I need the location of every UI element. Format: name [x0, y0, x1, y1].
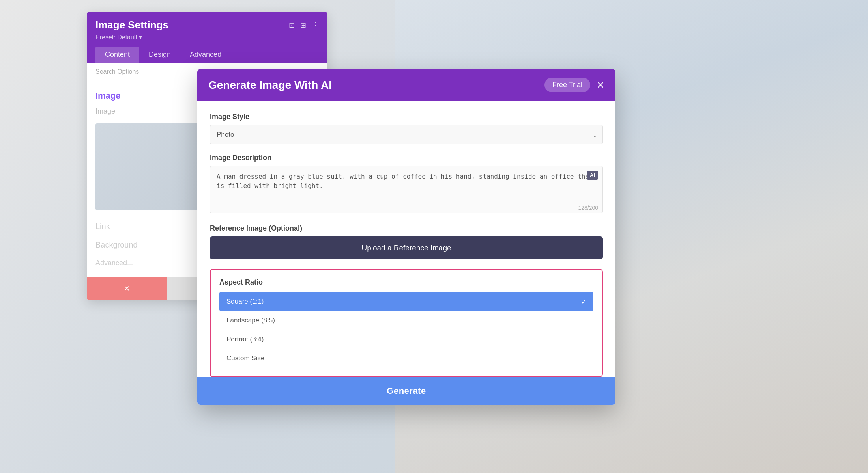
tab-content[interactable]: Content [95, 47, 139, 63]
columns-icon[interactable]: ⊞ [300, 21, 306, 30]
image-description-wrapper: A man dressed in a gray blue suit, with … [210, 166, 603, 215]
aspect-ratio-option-custom[interactable]: Custom Size [219, 349, 593, 368]
expand-icon[interactable]: ⊡ [289, 21, 295, 30]
preset-label[interactable]: Preset: Default ▾ [95, 34, 319, 41]
image-description-textarea[interactable]: A man dressed in a gray blue suit, with … [210, 166, 603, 213]
ai-modal-title: Generate Image With AI [208, 79, 332, 91]
ai-modal-header-right: Free Trial ✕ [544, 78, 604, 92]
settings-panel-tabs: Content Design Advanced [95, 47, 319, 63]
ai-modal-body: Image Style Photo Illustration Painting … [197, 101, 615, 377]
upload-reference-button[interactable]: Upload a Reference Image [210, 236, 603, 259]
close-button[interactable]: ✕ [597, 80, 604, 90]
settings-panel-header: Image Settings ⊡ ⊞ ⋮ Preset: Default ▾ C… [87, 12, 327, 63]
aspect-ratio-option-square[interactable]: Square (1:1) ✓ [219, 292, 593, 311]
tab-design[interactable]: Design [139, 47, 180, 63]
aspect-ratio-option-square-label: Square (1:1) [226, 298, 264, 305]
aspect-ratio-option-landscape[interactable]: Landscape (8:5) [219, 311, 593, 330]
ai-modal: Generate Image With AI Free Trial ✕ Imag… [197, 69, 615, 405]
aspect-ratio-option-portrait-label: Portrait (3:4) [226, 335, 264, 343]
aspect-ratio-option-landscape-label: Landscape (8:5) [226, 317, 275, 324]
free-trial-badge[interactable]: Free Trial [544, 78, 590, 92]
image-style-select-wrapper: Photo Illustration Painting 3D Render Sk… [210, 125, 603, 144]
cancel-button[interactable]: ✕ [87, 277, 167, 300]
ai-modal-header: Generate Image With AI Free Trial ✕ [197, 69, 615, 101]
settings-panel-title: Image Settings [95, 19, 168, 31]
image-style-select[interactable]: Photo Illustration Painting 3D Render Sk… [210, 125, 603, 144]
search-placeholder: Search Options [95, 68, 139, 75]
checkmark-icon: ✓ [581, 298, 586, 305]
reference-image-label: Reference Image (Optional) [210, 224, 603, 233]
ai-badge: AI [587, 171, 598, 180]
tab-advanced[interactable]: Advanced [180, 47, 231, 63]
image-style-label: Image Style [210, 113, 603, 121]
aspect-ratio-option-portrait[interactable]: Portrait (3:4) [219, 330, 593, 349]
cancel-icon: ✕ [124, 284, 130, 293]
settings-panel-title-row: Image Settings ⊡ ⊞ ⋮ [95, 19, 319, 31]
aspect-ratio-option-custom-label: Custom Size [226, 354, 264, 362]
more-icon[interactable]: ⋮ [312, 21, 319, 30]
aspect-ratio-section: Aspect Ratio Square (1:1) ✓ Landscape (8… [210, 269, 603, 377]
char-count: 128/200 [578, 205, 598, 211]
settings-panel-icons: ⊡ ⊞ ⋮ [289, 21, 319, 30]
image-description-label: Image Description [210, 154, 603, 162]
ai-modal-footer: Generate [197, 377, 615, 405]
aspect-ratio-label: Aspect Ratio [219, 278, 593, 287]
generate-button[interactable]: Generate [197, 377, 615, 405]
